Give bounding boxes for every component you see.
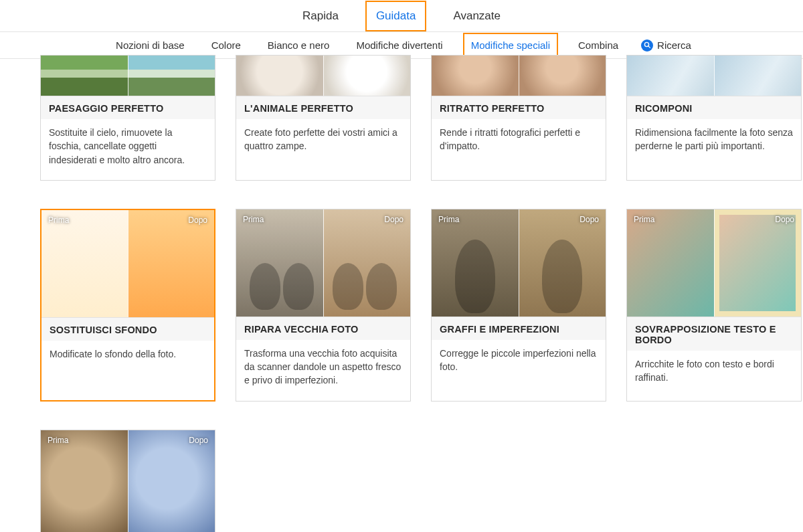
card-desc: Arricchite le foto con testo e bordi raf… bbox=[627, 351, 801, 398]
card-extra[interactable]: Prima Dopo bbox=[40, 430, 215, 532]
subtab-color[interactable]: Colore bbox=[205, 34, 248, 56]
thumb-recompose bbox=[627, 56, 801, 96]
subtab-fun-edits[interactable]: Modifiche divertenti bbox=[349, 34, 449, 56]
before-label: Prima bbox=[243, 215, 264, 224]
thumb-perfect-pet bbox=[236, 56, 410, 96]
after-label: Dopo bbox=[188, 215, 207, 225]
thumb-replace-background: Prima Dopo bbox=[41, 210, 214, 317]
thumb-restore-old-photo: Prima Dopo bbox=[236, 209, 410, 317]
card-title: RIPARA VECCHIA FOTO bbox=[236, 317, 410, 340]
card-desc: Rende i ritratti fotografici perfetti e … bbox=[432, 119, 606, 167]
card-perfect-landscape[interactable]: PAESAGGIO PERFETTO Sostituite il cielo, … bbox=[40, 55, 215, 181]
card-desc: Create foto perfette dei vostri amici a … bbox=[236, 119, 410, 167]
before-label: Prima bbox=[438, 215, 459, 224]
card-title: RICOMPONI bbox=[627, 96, 801, 119]
card-scratches-blemishes[interactable]: Prima Dopo GRAFFI E IMPERFEZIONI Corregg… bbox=[431, 209, 606, 402]
subtab-combine[interactable]: Combina bbox=[571, 34, 625, 56]
subtab-basics[interactable]: Nozioni di base bbox=[109, 34, 191, 56]
card-text-border-overlay[interactable]: Prima Dopo SOVRAPPOSIZIONE TESTO E BORDO… bbox=[626, 209, 802, 402]
card-perfect-portrait[interactable]: RITRATTO PERFETTO Rende i ritratti fotog… bbox=[431, 55, 606, 181]
card-desc: Trasforma una vecchia foto acquisita da … bbox=[236, 340, 410, 401]
card-title: SOSTITUISCI SFONDO bbox=[41, 317, 214, 341]
svg-point-0 bbox=[644, 42, 648, 46]
before-label: Prima bbox=[48, 215, 69, 225]
subtab-bw[interactable]: Bianco e nero bbox=[261, 34, 337, 56]
card-desc: Ridimensiona facilmente la foto senza pe… bbox=[627, 119, 801, 167]
search-icon bbox=[641, 39, 653, 52]
card-title: SOVRAPPOSIZIONE TESTO E BORDO bbox=[627, 317, 801, 351]
card-title: GRAFFI E IMPERFEZIONI bbox=[432, 317, 606, 340]
card-title: L'ANIMALE PERFETTO bbox=[236, 96, 410, 119]
mode-tabs: Rapida Guidata Avanzate bbox=[0, 0, 803, 32]
tab-guidata[interactable]: Guidata bbox=[365, 1, 427, 31]
thumb-perfect-landscape bbox=[41, 56, 215, 96]
card-title: PAESAGGIO PERFETTO bbox=[41, 96, 215, 119]
search-button[interactable]: Ricerca bbox=[638, 34, 694, 57]
after-label: Dopo bbox=[579, 215, 599, 224]
before-label: Prima bbox=[634, 215, 654, 224]
card-title: RITRATTO PERFETTO bbox=[432, 96, 606, 119]
card-desc: Corregge le piccole imperfezioni nella f… bbox=[432, 340, 606, 387]
thumb-perfect-portrait bbox=[432, 56, 606, 96]
thumb-extra: Prima Dopo bbox=[41, 430, 215, 532]
tab-avanzate[interactable]: Avanzate bbox=[444, 2, 510, 30]
guided-edits-grid: PAESAGGIO PERFETTO Sostituite il cielo, … bbox=[0, 59, 803, 532]
tab-rapida[interactable]: Rapida bbox=[293, 2, 348, 30]
after-label: Dopo bbox=[775, 215, 794, 224]
after-label: Dopo bbox=[189, 436, 208, 445]
card-desc: Sostituite il cielo, rimuovete la foschi… bbox=[41, 119, 215, 180]
card-replace-background[interactable]: Prima Dopo SOSTITUISCI SFONDO Modificate… bbox=[40, 209, 215, 402]
card-restore-old-photo[interactable]: Prima Dopo RIPARA VECCHIA FOTO Trasforma… bbox=[236, 209, 411, 402]
subtab-special-edits[interactable]: Modifiche speciali bbox=[463, 33, 558, 58]
before-label: Prima bbox=[48, 436, 68, 445]
search-label: Ricerca bbox=[657, 39, 691, 51]
after-label: Dopo bbox=[384, 215, 404, 224]
card-perfect-pet[interactable]: L'ANIMALE PERFETTO Create foto perfette … bbox=[236, 55, 411, 181]
svg-line-1 bbox=[648, 46, 650, 48]
card-desc: Modificate lo sfondo della foto. bbox=[41, 341, 214, 374]
thumb-text-border-overlay: Prima Dopo bbox=[627, 209, 801, 317]
thumb-scratches-blemishes: Prima Dopo bbox=[432, 209, 606, 317]
card-recompose[interactable]: RICOMPONI Ridimensiona facilmente la fot… bbox=[626, 55, 802, 181]
